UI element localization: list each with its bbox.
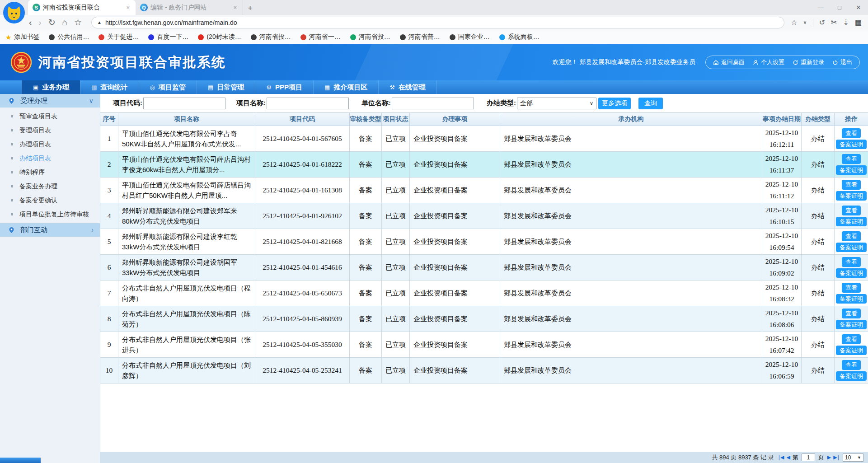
maximize-button[interactable]: □	[830, 4, 849, 11]
nav-tab[interactable]: ◎ 项目监管	[139, 80, 197, 94]
sidebar-item[interactable]: 办理项目表	[0, 137, 100, 151]
view-button[interactable]: 查看	[842, 206, 861, 215]
filing-cert-button[interactable]: 备案证明	[836, 294, 867, 304]
sidebar-item[interactable]: 项目单位批复上传待审核	[0, 207, 100, 221]
view-button[interactable]: 查看	[842, 231, 861, 241]
bookmark-item[interactable]: 河南省一…	[300, 33, 341, 41]
bookmark-item[interactable]: 河南省投…	[350, 33, 390, 41]
filing-cert-button[interactable]: 备案证明	[836, 371, 867, 381]
sidebar-item[interactable]: 预审查项目表	[0, 109, 100, 123]
chevron-down-icon[interactable]: ∨	[803, 20, 807, 25]
home-icon[interactable]: ⌂	[62, 18, 67, 27]
logout-button[interactable]: 退出	[832, 58, 852, 66]
bookmark-item[interactable]: 系统面板…	[499, 33, 540, 41]
tab-close-icon[interactable]: ×	[125, 4, 131, 11]
back-icon[interactable]: ‹	[29, 18, 32, 27]
download-icon[interactable]: ⇣	[843, 19, 849, 26]
bookmark-item[interactable]: 河南省普…	[400, 33, 440, 41]
filing-cert-button[interactable]: 备案证明	[836, 165, 867, 175]
forward-icon[interactable]: ›	[38, 18, 41, 27]
sidebar-item[interactable]: 特别程序	[0, 165, 100, 179]
unit-name-input[interactable]	[392, 98, 474, 109]
prev-page-icon[interactable]: ◀	[786, 455, 789, 460]
bookmark-item[interactable]: (20封未读…	[198, 33, 241, 41]
last-page-icon[interactable]: ▶❘	[833, 455, 840, 460]
view-button[interactable]: 查看	[842, 283, 861, 293]
bookmark-item[interactable]: 百度一下…	[148, 33, 188, 41]
filing-cert-button[interactable]: 备案证明	[836, 140, 867, 150]
table-row[interactable]: 4 郑州昕昇顺新能源有限公司建设郑军来80kW分布式光伏发电项目 2512-41…	[100, 203, 868, 229]
tab-approval-system[interactable]: S 河南省投资项目联合 ×	[28, 0, 136, 15]
reload-icon[interactable]: ↻	[48, 18, 56, 27]
undo-icon[interactable]: ↺	[819, 19, 825, 26]
table-row[interactable]: 8 分布式非自然人户用屋顶光伏发电项目（陈菊芳） 2512-410425-04-…	[100, 306, 868, 332]
nav-tab[interactable]: ▥ 查询统计	[80, 80, 138, 94]
more-options-button[interactable]: 更多选项	[598, 98, 631, 109]
bookmark-star-icon[interactable]: ☆	[791, 19, 797, 26]
bookmark-item[interactable]: 国家企业…	[450, 33, 490, 41]
bookmark-item[interactable]: 公共信用…	[49, 33, 89, 41]
page-size-select[interactable]: 10 ▼	[843, 454, 863, 462]
view-button[interactable]: 查看	[842, 154, 861, 164]
view-button[interactable]: 查看	[842, 360, 861, 370]
nav-tab[interactable]: ⚙ PPP项目	[255, 80, 313, 94]
table-row[interactable]: 5 郑州昕昇顺新能源有限公司建设李红乾33kW分布式光伏发电项目 2512-41…	[100, 229, 868, 255]
view-button[interactable]: 查看	[842, 257, 861, 267]
nav-tab[interactable]: ▦ 推介项目区	[313, 80, 378, 94]
table-row[interactable]: 10 分布式非自然人户用屋顶光伏发电项目（刘彦辉） 2512-410425-04…	[100, 358, 868, 383]
sidebar-item[interactable]: 办结项目表	[0, 151, 100, 165]
new-tab-button[interactable]: +	[243, 3, 258, 15]
view-button[interactable]: 查看	[842, 309, 861, 318]
tab-close-icon[interactable]: ×	[232, 4, 238, 11]
table-row[interactable]: 9 分布式非自然人户用屋顶光伏发电项目（张进兵） 2512-410425-04-…	[100, 332, 868, 358]
search-button[interactable]: 查询	[638, 98, 663, 109]
apps-grid-icon[interactable]: ▦	[855, 19, 862, 26]
project-name-input[interactable]	[267, 98, 349, 109]
cell-org: 郏县发展和改革委员会	[500, 178, 762, 203]
sidebar-item[interactable]: 备案变更确认	[0, 193, 100, 207]
view-button[interactable]: 查看	[842, 180, 861, 190]
sidebar-group-interaction[interactable]: 部门互动 ›	[0, 223, 100, 237]
page-number-input[interactable]	[802, 454, 815, 461]
nav-tab[interactable]: ⚒ 在线管理	[378, 80, 437, 94]
filing-cert-button[interactable]: 备案证明	[836, 268, 867, 278]
table-row[interactable]: 7 分布式非自然人户用屋顶光伏发电项目（程向涛） 2512-410425-04-…	[100, 281, 868, 306]
table-row[interactable]: 2 平顶山佰仕通光伏发电有限公司薛店吕沟村李俊龙60kw非自然人户用屋顶分...…	[100, 152, 868, 178]
first-page-icon[interactable]: ❘◀	[777, 455, 784, 460]
filing-cert-button[interactable]: 备案证明	[836, 191, 867, 201]
table-row[interactable]: 1 平顶山佰仕通光伏发电有限公司李占奇50KW非自然人户用屋顶分布式光伏发...…	[100, 126, 868, 152]
table-row[interactable]: 6 郑州昕昇顺新能源有限公司建设胡国军33kW分布式光伏发电项目 2512-41…	[100, 255, 868, 281]
close-button[interactable]: ✕	[849, 4, 868, 11]
site-security-icon[interactable]: ▲	[97, 20, 102, 25]
nav-tab[interactable]: ▤ 日常管理	[197, 80, 255, 94]
filing-cert-button[interactable]: 备案证明	[836, 217, 867, 227]
bookmark-item[interactable]: 关于促进…	[99, 33, 139, 41]
sidebar-item[interactable]: 备案业务办理	[0, 179, 100, 193]
filing-cert-button[interactable]: 备案证明	[836, 346, 867, 355]
nav-tab[interactable]: ▣ 业务办理	[22, 80, 80, 94]
sidebar-item[interactable]: 受理项目表	[0, 123, 100, 137]
minimize-button[interactable]: —	[811, 4, 830, 11]
tab-portal-editor[interactable]: Q 编辑 - 政务门户网站 ×	[136, 0, 243, 15]
relogin-button[interactable]: 重新登录	[793, 58, 824, 66]
next-page-icon[interactable]: ▶	[827, 455, 830, 460]
close-type-select[interactable]: 全部 ∨	[517, 98, 596, 109]
page-size-value: 10	[845, 454, 851, 461]
view-button[interactable]: 查看	[842, 334, 861, 344]
url-bar[interactable]: ▲ http://lsxt.fgw.henan.gov.cn/mainframe…	[91, 17, 784, 28]
return-desktop-button[interactable]: 返回桌面	[713, 58, 745, 66]
view-button[interactable]: 查看	[842, 128, 861, 138]
browser-logo-icon[interactable]	[3, 1, 25, 24]
cell-project-name: 分布式非自然人户用屋顶光伏发电项目（刘彦辉）	[118, 358, 255, 383]
table-row[interactable]: 3 平顶山佰仕通光伏发电有限公司薛店镇吕沟村吕红广50KW非自然人户用屋顶...…	[100, 178, 868, 203]
favorites-icon[interactable]: ☆	[74, 18, 82, 27]
close-time: 16:11:37	[769, 164, 794, 176]
sidebar-group-acceptance[interactable]: 受理办理 ∨	[0, 94, 100, 108]
bookmark-item[interactable]: 河南省投…	[251, 33, 291, 41]
project-code-input[interactable]	[143, 98, 225, 109]
bookmark-item[interactable]: 添加书签	[5, 33, 39, 41]
scissors-icon[interactable]: ✂	[831, 19, 837, 26]
filing-cert-button[interactable]: 备案证明	[836, 320, 867, 330]
filing-cert-button[interactable]: 备案证明	[836, 243, 867, 253]
personal-settings-button[interactable]: 个人设置	[753, 58, 784, 66]
